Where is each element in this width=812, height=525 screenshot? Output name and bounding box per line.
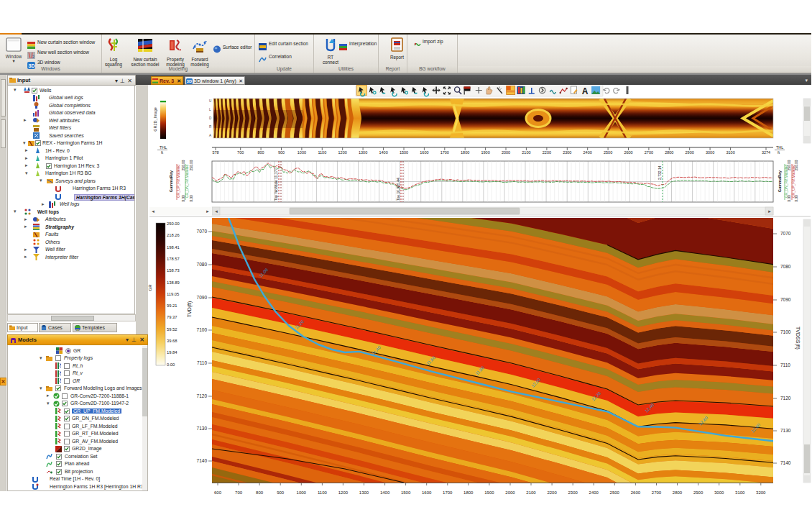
svg-text:A: A — [209, 134, 211, 137]
svg-text:19.84: 19.84 — [167, 350, 177, 355]
svg-text:79.37: 79.37 — [167, 315, 177, 319]
svg-text:D: D — [209, 117, 212, 120]
svg-text:THL: THL — [776, 145, 783, 150]
svg-text:0.00: 0.00 — [167, 362, 175, 367]
svg-text:1200: 1200 — [338, 490, 349, 495]
svg-text:7130: 7130 — [780, 428, 791, 433]
svg-text:3000: 3000 — [714, 490, 724, 495]
svg-text:7100: 7100 — [780, 329, 791, 334]
svg-text:1100: 1100 — [318, 490, 328, 495]
svg-text:TVDSS(ft): TVDSS(ft) — [795, 327, 801, 350]
svg-text:2600: 2600 — [624, 150, 632, 155]
svg-text:7130: 7130 — [197, 426, 208, 431]
svg-text:►: ► — [767, 209, 772, 214]
svg-text:1300: 1300 — [359, 490, 369, 495]
svg-text:1800: 1800 — [461, 150, 469, 155]
svg-text:800: 800 — [256, 490, 264, 495]
svg-text:3000: 3000 — [706, 150, 714, 155]
svg-text:7140: 7140 — [780, 460, 791, 465]
svg-text:GammaRay: GammaRay — [778, 170, 782, 192]
svg-text:2300: 2300 — [568, 490, 578, 495]
svg-text:250.00: 250.00 — [795, 160, 798, 170]
svg-text:Top Wolfdale 11,177: Top Wolfdale 11,177 — [274, 168, 278, 201]
svg-text:178.57: 178.57 — [167, 257, 180, 261]
svg-text:2300: 2300 — [563, 150, 571, 155]
svg-text:TVD(ft): TVD(ft) — [187, 301, 193, 318]
svg-text:800: 800 — [258, 150, 264, 155]
svg-text:2900: 2900 — [686, 150, 694, 155]
svg-text:L: L — [209, 108, 211, 111]
svg-text:218.26: 218.26 — [167, 233, 180, 237]
svg-text:1500: 1500 — [401, 490, 411, 495]
svg-text:U: U — [209, 99, 211, 103]
svg-text:►: ► — [206, 209, 210, 214]
svg-text:39.68: 39.68 — [167, 339, 177, 343]
svg-text:1000: 1000 — [297, 150, 306, 155]
svg-text:1100: 1100 — [318, 150, 326, 155]
svg-text:2400: 2400 — [583, 150, 592, 155]
svg-text:250.00: 250.00 — [190, 160, 193, 170]
svg-text:7070: 7070 — [197, 229, 208, 234]
svg-text:GR: GR — [148, 284, 152, 291]
svg-text:1900: 1900 — [484, 490, 494, 495]
svg-text:900: 900 — [278, 150, 285, 155]
svg-text:0.00: 0.00 — [190, 195, 193, 202]
svg-text:900: 900 — [277, 490, 285, 495]
svg-text:2400: 2400 — [589, 490, 599, 495]
svg-text:119.05: 119.05 — [167, 292, 179, 296]
svg-text:2600: 2600 — [631, 490, 641, 495]
svg-text:7140: 7140 — [197, 458, 208, 463]
svg-text:99.21: 99.21 — [167, 303, 177, 308]
svg-text:2700: 2700 — [645, 150, 653, 155]
svg-text:7080: 7080 — [780, 264, 791, 269]
svg-text:7090: 7090 — [780, 297, 791, 302]
svg-text:7080: 7080 — [197, 262, 208, 267]
svg-text:1000: 1000 — [297, 490, 307, 495]
svg-text:59.52: 59.52 — [167, 327, 177, 332]
svg-text:ft: ft — [778, 150, 780, 155]
svg-text:2,732.14: 2,732.14 — [658, 165, 662, 180]
svg-text:2800: 2800 — [665, 150, 673, 155]
svg-text:◄: ◄ — [214, 209, 218, 214]
svg-text:1500: 1500 — [400, 150, 408, 155]
svg-text:1600: 1600 — [420, 150, 428, 155]
svg-text:1400: 1400 — [380, 490, 390, 495]
svg-text:7110: 7110 — [780, 362, 790, 368]
svg-text:1700: 1700 — [443, 490, 453, 495]
svg-text:2500: 2500 — [604, 150, 612, 155]
svg-text:158.73: 158.73 — [167, 268, 180, 273]
svg-text:3D: 3D — [187, 79, 192, 83]
svg-text:700: 700 — [235, 490, 243, 495]
svg-text:GR2D_Image: GR2D_Image — [153, 107, 157, 132]
svg-text:578: 578 — [212, 150, 218, 155]
svg-text:7120: 7120 — [780, 396, 791, 401]
svg-text:250.00: 250.00 — [788, 160, 791, 170]
svg-text:3274: 3274 — [762, 150, 770, 155]
svg-text:0.00: 0.00 — [795, 195, 798, 202]
svg-text:1800: 1800 — [463, 490, 474, 495]
svg-text:7100: 7100 — [197, 327, 208, 332]
svg-text:2200: 2200 — [543, 150, 551, 155]
svg-text:1900: 1900 — [481, 150, 489, 155]
svg-text:7070: 7070 — [780, 231, 791, 236]
svg-text:GR_UP_FM.Modeled: GR_UP_FM.Modeled — [177, 165, 180, 198]
svg-text:7090: 7090 — [197, 295, 208, 300]
svg-text:GammaRay: GammaRay — [169, 170, 173, 192]
svg-text:2000: 2000 — [502, 150, 510, 155]
svg-text:Toe 10,985.44: Toe 10,985.44 — [396, 178, 400, 201]
svg-text:1700: 1700 — [440, 150, 449, 155]
svg-text:1400: 1400 — [379, 150, 387, 155]
svg-text:0.00: 0.00 — [788, 195, 791, 202]
svg-text:GR_DN_FM.Modeled: GR_DN_FM.Modeled — [185, 165, 189, 198]
svg-text:1300: 1300 — [359, 150, 367, 155]
svg-text:7110: 7110 — [197, 360, 207, 365]
svg-text:2100: 2100 — [522, 150, 530, 155]
svg-text:1200: 1200 — [338, 150, 347, 155]
svg-text:3200: 3200 — [756, 490, 766, 495]
svg-text:700: 700 — [237, 150, 244, 155]
svg-text:3D: 3D — [29, 63, 35, 68]
svg-text:2200: 2200 — [547, 490, 557, 495]
svg-text:2000: 2000 — [505, 490, 515, 495]
svg-text:250.00: 250.00 — [167, 222, 180, 226]
svg-text:3100: 3100 — [735, 490, 745, 495]
